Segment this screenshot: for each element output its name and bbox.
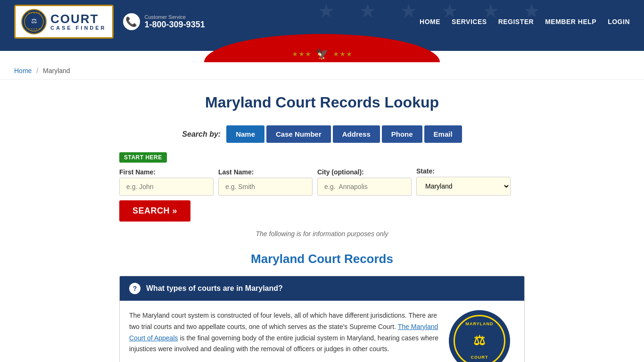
nav-services[interactable]: SERVICES (452, 18, 487, 25)
nav-member-help[interactable]: MEMBER HELP (545, 18, 596, 25)
first-name-label: First Name: (119, 168, 214, 176)
faq-paragraph: The Maryland court system is constructed… (129, 310, 439, 355)
city-group: City (optional): (317, 168, 412, 196)
breadcrumb: Home / Maryland (0, 62, 644, 80)
state-select[interactable]: Maryland AlabamaAlaskaArizona ArkansasCa… (416, 177, 511, 196)
seal-inner: MARYLAND ⚖ COURT (454, 315, 505, 362)
city-input[interactable] (317, 178, 412, 196)
start-here-badge: START HERE (119, 152, 167, 163)
phone-icon: 📞 (123, 13, 140, 30)
faq-text-1: The Maryland court system is constructed… (129, 312, 437, 330)
svg-text:⚖: ⚖ (31, 17, 37, 25)
seal-scales-icon: ⚖ (473, 329, 486, 352)
nav-home[interactable]: HOME (420, 18, 440, 25)
customer-service: 📞 Customer Service 1-800-309-9351 (123, 13, 205, 30)
last-name-label: Last Name: (218, 168, 313, 176)
maryland-seal: MARYLAND ⚖ COURT (449, 310, 510, 362)
svg-text:★ ★ ★ ★ ★: ★ ★ ★ ★ ★ (28, 11, 41, 14)
svg-text:★ ★ ★ ★ ★: ★ ★ ★ ★ ★ (28, 27, 41, 30)
first-name-group: First Name: (119, 168, 214, 196)
faq-header[interactable]: ? What types of courts are in Maryland? (120, 276, 524, 301)
tab-email[interactable]: Email (424, 125, 462, 143)
faq-body: The Maryland court system is constructed… (120, 301, 524, 362)
cs-text: Customer Service 1-800-309-9351 (145, 14, 205, 30)
info-text: The following is for information purpose… (119, 230, 525, 238)
search-form: First Name: Last Name: City (optional): … (119, 167, 525, 222)
tab-phone[interactable]: Phone (382, 125, 422, 143)
city-label: City (optional): (317, 168, 412, 176)
logo-text: COURT CASE FINDER (50, 13, 107, 31)
tab-address[interactable]: Address (333, 125, 380, 143)
last-name-input[interactable] (218, 178, 313, 196)
faq-body-text: The Maryland court system is constructed… (129, 310, 439, 362)
first-name-input[interactable] (119, 178, 214, 196)
patriotic-banner: ★ ★ ★ 🦅 ★ ★ ★ (0, 43, 644, 62)
header-left: ★ ★ ★ ★ ★ ⚖ ★ ★ ★ ★ ★ COURT CASE FINDER … (14, 5, 205, 39)
main-content: Maryland Court Records Lookup Search by:… (110, 80, 534, 362)
nav-login[interactable]: LOGIN (608, 18, 630, 25)
last-name-group: Last Name: (218, 168, 313, 196)
page-title: Maryland Court Records Lookup (119, 94, 525, 111)
faq-question: What types of courts are in Maryland? (146, 284, 283, 293)
logo-case-finder-label: CASE FINDER (50, 25, 107, 31)
search-button[interactable]: SEARCH » (119, 200, 190, 222)
logo-box: ★ ★ ★ ★ ★ ⚖ ★ ★ ★ ★ ★ COURT CASE FINDER (14, 5, 114, 39)
cs-phone: 1-800-309-9351 (145, 20, 205, 29)
eagle-icon: 🦅 (316, 48, 329, 60)
state-label: State: (416, 167, 511, 175)
faq-item: ? What types of courts are in Maryland? … (119, 276, 525, 362)
eagle-area: ★ ★ ★ 🦅 ★ ★ ★ (292, 48, 352, 62)
tab-name[interactable]: Name (226, 125, 264, 143)
main-nav: HOME SERVICES REGISTER MEMBER HELP LOGIN (420, 18, 630, 25)
faq-icon: ? (129, 283, 140, 294)
stars-left: ★ ★ ★ (292, 51, 311, 58)
state-group: State: Maryland AlabamaAlaskaArizona Ark… (416, 167, 511, 196)
search-by-row: Search by: Name Case Number Address Phon… (119, 125, 525, 143)
stars-right: ★ ★ ★ (333, 51, 352, 58)
breadcrumb-sep: / (36, 67, 38, 74)
logo-court-label: COURT (50, 13, 107, 25)
nav-register[interactable]: REGISTER (498, 18, 534, 25)
tab-case-number[interactable]: Case Number (266, 125, 331, 143)
section-title: Maryland Court Records (119, 252, 525, 266)
faq-body-image: MARYLAND ⚖ COURT (449, 310, 515, 362)
cs-label: Customer Service (145, 14, 205, 20)
search-by-label: Search by: (182, 130, 221, 139)
breadcrumb-home[interactable]: Home (14, 67, 32, 74)
logo-emblem: ★ ★ ★ ★ ★ ⚖ ★ ★ ★ ★ ★ (21, 9, 47, 34)
breadcrumb-current: Maryland (43, 67, 70, 74)
seal-top-text: MARYLAND (465, 321, 493, 328)
seal-bottom-text: COURT (471, 354, 488, 361)
